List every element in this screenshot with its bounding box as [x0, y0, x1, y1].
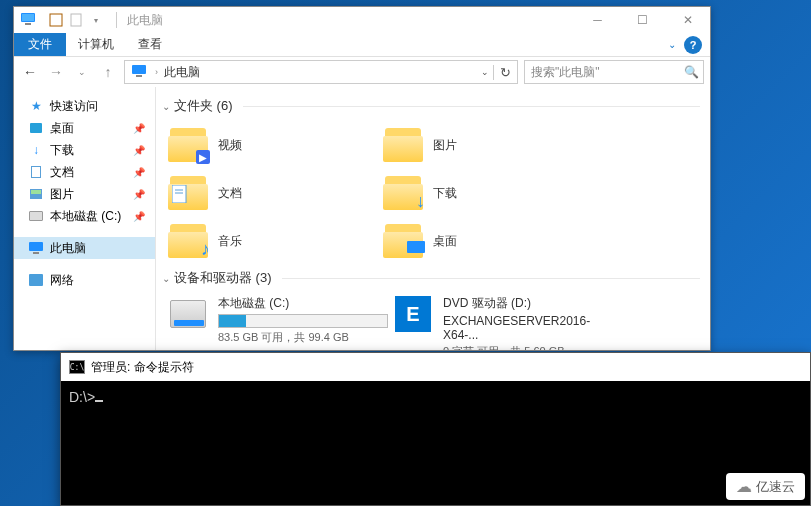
- drive-d[interactable]: E DVD 驱动器 (D:) EXCHANGESERVER2016-X64-..…: [391, 293, 616, 350]
- titlebar: ▾ 此电脑 ─ ☐ ✕: [14, 7, 710, 33]
- nav-quick-access[interactable]: ★快速访问: [14, 95, 155, 117]
- documents-icon: [168, 176, 208, 210]
- drive-c[interactable]: 本地磁盘 (C:) 83.5 GB 可用，共 99.4 GB: [166, 293, 391, 350]
- group-folders[interactable]: ⌄文件夹 (6): [162, 97, 700, 115]
- network-icon: [28, 272, 44, 288]
- maximize-button[interactable]: ☐: [620, 7, 665, 33]
- hdd-icon: [168, 295, 208, 333]
- address-row: ← → ⌄ ↑ › 此电脑 ⌄ ↻ 搜索"此电脑" 🔍: [14, 57, 710, 87]
- cmd-icon: C:\: [69, 360, 85, 374]
- svg-rect-2: [25, 23, 31, 25]
- tab-computer[interactable]: 计算机: [66, 33, 126, 56]
- downloads-icon: ↓: [383, 176, 423, 210]
- nav-this-pc[interactable]: 此电脑: [14, 237, 155, 259]
- minimize-button[interactable]: ─: [575, 7, 620, 33]
- music-icon: ♪: [168, 224, 208, 258]
- svg-rect-8: [33, 252, 39, 254]
- desktop-icon: [28, 120, 44, 136]
- download-icon: ↓: [28, 142, 44, 158]
- nav-pictures[interactable]: 图片📌: [14, 183, 155, 205]
- pin-icon: 📌: [133, 167, 145, 178]
- address-bar[interactable]: › 此电脑 ⌄ ↻: [124, 60, 518, 84]
- pc-icon: [131, 63, 147, 82]
- content-pane: ⌄文件夹 (6) ▶ 视频 图片 文档 ↓ 下载: [156, 87, 710, 350]
- pin-icon: 📌: [133, 211, 145, 222]
- recent-dropdown-icon[interactable]: ⌄: [72, 62, 92, 82]
- search-icon[interactable]: 🔍: [679, 65, 703, 79]
- folder-documents[interactable]: 文档: [166, 169, 381, 217]
- cloud-icon: ☁: [736, 477, 752, 496]
- cmd-window: C:\ 管理员: 命令提示符 D:\>: [60, 352, 811, 506]
- tab-file[interactable]: 文件: [14, 33, 66, 56]
- svg-rect-9: [172, 185, 186, 203]
- search-placeholder: 搜索"此电脑": [525, 64, 679, 81]
- qat-properties-icon[interactable]: [48, 12, 64, 28]
- explorer-window: ▾ 此电脑 ─ ☐ ✕ 文件 计算机 查看 ⌄ ? ← → ⌄ ↑ › 此电脑 …: [13, 6, 711, 351]
- pc-icon: [28, 240, 44, 256]
- pin-icon: 📌: [133, 189, 145, 200]
- ribbon: 文件 计算机 查看 ⌄ ?: [14, 33, 710, 57]
- picture-icon: [28, 186, 44, 202]
- nav-localdisk[interactable]: 本地磁盘 (C:)📌: [14, 205, 155, 227]
- nav-downloads[interactable]: ↓下载📌: [14, 139, 155, 161]
- folder-music[interactable]: ♪ 音乐: [166, 217, 381, 265]
- ribbon-expand-icon[interactable]: ⌄: [660, 33, 684, 56]
- chevron-down-icon: ⌄: [162, 273, 170, 284]
- folder-videos[interactable]: ▶ 视频: [166, 121, 381, 169]
- pin-icon: 📌: [133, 123, 145, 134]
- videos-icon: ▶: [168, 128, 208, 162]
- cmd-terminal[interactable]: D:\>: [61, 381, 810, 413]
- desktop-icon: [383, 224, 423, 258]
- folder-downloads[interactable]: ↓ 下载: [381, 169, 596, 217]
- group-drives[interactable]: ⌄设备和驱动器 (3): [162, 269, 700, 287]
- close-button[interactable]: ✕: [665, 7, 710, 33]
- svg-rect-3: [50, 14, 62, 26]
- pin-icon: 📌: [133, 145, 145, 156]
- cmd-prompt: D:\>: [69, 389, 95, 405]
- pictures-icon: [383, 128, 423, 162]
- svg-rect-7: [29, 242, 43, 251]
- svg-rect-1: [22, 14, 34, 21]
- drive-icon: [28, 208, 44, 224]
- breadcrumb[interactable]: 此电脑: [160, 64, 204, 81]
- star-icon: ★: [28, 98, 44, 114]
- chevron-down-icon: ⌄: [162, 101, 170, 112]
- nav-pane: ★快速访问 桌面📌 ↓下载📌 文档📌 图片📌 本地磁盘 (C:)📌 此电脑 网络: [14, 87, 156, 350]
- back-button[interactable]: ←: [20, 62, 40, 82]
- address-dropdown-icon[interactable]: ⌄: [475, 67, 493, 77]
- tab-view[interactable]: 查看: [126, 33, 174, 56]
- document-icon: [28, 164, 44, 180]
- exchange-icon: E: [393, 295, 433, 333]
- svg-rect-12: [407, 241, 425, 253]
- window-title: 此电脑: [123, 12, 575, 29]
- forward-button[interactable]: →: [46, 62, 66, 82]
- svg-rect-5: [132, 65, 146, 74]
- chevron-right-icon: ›: [153, 67, 160, 77]
- svg-rect-6: [136, 75, 142, 77]
- qat-dropdown-icon[interactable]: ▾: [88, 12, 104, 28]
- folder-desktop[interactable]: 桌面: [381, 217, 596, 265]
- usage-bar: [218, 314, 388, 328]
- nav-network[interactable]: 网络: [14, 269, 155, 291]
- nav-desktop[interactable]: 桌面📌: [14, 117, 155, 139]
- qat-new-icon[interactable]: [68, 12, 84, 28]
- pc-icon: [20, 11, 36, 30]
- folder-pictures[interactable]: 图片: [381, 121, 596, 169]
- help-button[interactable]: ?: [684, 36, 702, 54]
- quick-access-toolbar: ▾: [42, 12, 110, 28]
- svg-rect-4: [71, 14, 81, 26]
- cmd-titlebar[interactable]: C:\ 管理员: 命令提示符: [61, 353, 810, 381]
- refresh-button[interactable]: ↻: [493, 65, 517, 80]
- nav-documents[interactable]: 文档📌: [14, 161, 155, 183]
- cursor: [95, 400, 103, 402]
- cmd-title: 管理员: 命令提示符: [91, 359, 194, 376]
- watermark: ☁ 亿速云: [726, 473, 805, 500]
- up-button[interactable]: ↑: [98, 62, 118, 82]
- search-input[interactable]: 搜索"此电脑" 🔍: [524, 60, 704, 84]
